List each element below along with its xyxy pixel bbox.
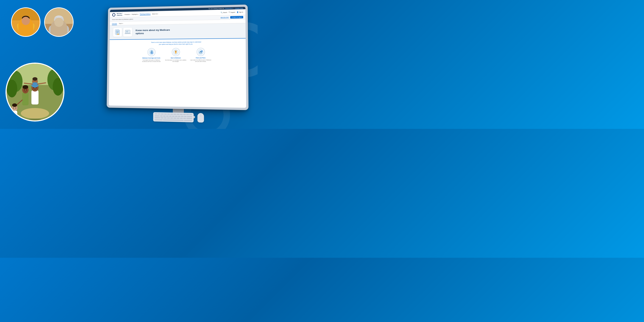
nav-search[interactable]: 🔍 Search — [220, 12, 227, 14]
svg-point-8 — [26, 20, 28, 21]
nav-support[interactable]: 🛡 Support — [229, 12, 235, 13]
key — [186, 114, 189, 115]
key-spacebar — [163, 119, 184, 121]
card-new-medicare[interactable]: New to Medicare Get information on cover… — [165, 48, 187, 62]
key — [187, 116, 192, 117]
key — [161, 113, 164, 115]
key — [175, 116, 178, 117]
photo-circle-child — [11, 7, 40, 37]
key — [184, 116, 186, 117]
key — [189, 114, 192, 115]
key — [178, 116, 180, 117]
nav-employers[interactable]: Employers ▾ — [132, 13, 138, 15]
hero-icon-documents — [113, 28, 122, 37]
nav-planning[interactable]: Planning & Advice ▾ — [140, 13, 151, 15]
tab-overview[interactable]: Overview — [112, 22, 117, 25]
svg-rect-61 — [117, 31, 119, 32]
intro-line1: There's a lot to learn about Medicare, b… — [151, 41, 201, 43]
key — [183, 114, 186, 115]
key — [160, 115, 163, 117]
logo[interactable]: M MUTUALof OMAHA — [112, 13, 122, 16]
svg-point-29 — [52, 78, 63, 96]
key — [184, 120, 192, 121]
child-photo — [12, 8, 40, 36]
svg-rect-63 — [117, 33, 118, 33]
svg-rect-16 — [57, 24, 61, 28]
parts-plans-icon — [196, 48, 205, 56]
card-parts-plans[interactable]: Parts and Plans Learn about the differen… — [190, 48, 212, 62]
key — [180, 114, 182, 115]
viewing-text: You are viewing content for — [208, 8, 224, 10]
svg-point-50 — [16, 108, 16, 108]
svg-rect-30 — [32, 90, 39, 104]
svg-rect-65 — [117, 34, 119, 35]
key — [183, 118, 186, 119]
key — [154, 115, 160, 117]
svg-rect-40 — [22, 92, 29, 105]
svg-point-2 — [20, 23, 32, 36]
key — [154, 119, 163, 120]
svg-rect-84 — [175, 51, 177, 51]
about-chevron: ▾ — [158, 13, 158, 14]
phone-link[interactable]: 888-525-0787 — [220, 17, 229, 18]
change-state-link[interactable]: Change State — [235, 7, 243, 9]
svg-text:M: M — [112, 15, 113, 16]
logo-text: MUTUALof OMAHA — [117, 13, 122, 16]
svg-point-28 — [6, 80, 17, 97]
keyboard-row-4 — [154, 119, 192, 121]
family-photo — [6, 64, 63, 120]
key — [154, 117, 160, 119]
keyboard-mouse-wrapper — [153, 112, 204, 123]
key — [186, 118, 192, 119]
tab-topics[interactable]: Topics ▾ — [119, 22, 123, 25]
svg-point-44 — [26, 90, 27, 90]
svg-point-25 — [21, 108, 49, 119]
website: You are viewing content for Connecticut … — [109, 7, 246, 108]
key — [170, 118, 173, 119]
products-chevron: ▾ — [130, 14, 130, 15]
key — [164, 117, 166, 119]
mouse — [198, 113, 204, 123]
hero-section: Know more about my Medicare options — [110, 23, 246, 40]
svg-point-7 — [24, 20, 25, 21]
card-new-medicare-title: New to Medicare — [165, 57, 187, 59]
svg-point-13 — [50, 26, 68, 36]
card-new-medicare-desc: Get information on coverage costs, updat… — [165, 59, 187, 62]
key — [167, 114, 170, 115]
intro-line2: your options and help you find the choic… — [159, 43, 193, 45]
svg-point-19 — [54, 17, 58, 23]
svg-point-47 — [12, 104, 17, 107]
key — [169, 116, 172, 117]
key — [166, 115, 168, 117]
nav-right: 🔍 Search 🛡 Support 👤 Sign In — [220, 11, 243, 14]
photo-circle-elderly — [44, 7, 74, 37]
nav-about[interactable]: About Us ▾ — [152, 13, 158, 15]
card-coverage-desc: Find helpful information on Medicare enr… — [140, 59, 162, 62]
card-parts-plans-title: Parts and Plans — [190, 57, 212, 59]
svg-rect-48 — [12, 111, 17, 119]
card-parts-plans-desc: Learn about the different parts of Medic… — [190, 59, 212, 62]
separator: | — [234, 8, 234, 9]
svg-point-6 — [22, 16, 30, 21]
card-coverage-costs[interactable]: Medicare Coverage and Costs Find helpful… — [140, 48, 162, 62]
key — [154, 113, 157, 115]
card-coverage-title: Medicare Coverage and Costs — [140, 57, 162, 59]
nav-items: Products ▾ Employers ▾ Planning & Advice… — [124, 12, 218, 16]
nav-products[interactable]: Products ▾ — [124, 13, 130, 15]
breadcrumb: Know more about my Medicare options — [112, 19, 133, 20]
content-intro: There's a lot to learn about Medicare, b… — [113, 41, 242, 46]
coverage-costs-icon — [148, 48, 156, 56]
logo-icon: M — [112, 13, 116, 17]
state-name: Connecticut — [225, 8, 233, 9]
nav-signin[interactable]: 👤 Sign In — [236, 11, 243, 13]
svg-point-22 — [60, 21, 61, 22]
svg-rect-86 — [176, 52, 176, 52]
svg-rect-62 — [117, 32, 119, 32]
key — [180, 118, 183, 119]
employers-chevron: ▾ — [138, 14, 138, 15]
svg-rect-70 — [126, 32, 128, 32]
new-medicare-icon — [172, 48, 180, 56]
svg-rect-77 — [151, 52, 152, 52]
contact-agent-button[interactable]: Contact an Agent — [230, 16, 243, 19]
svg-rect-95 — [201, 51, 202, 52]
